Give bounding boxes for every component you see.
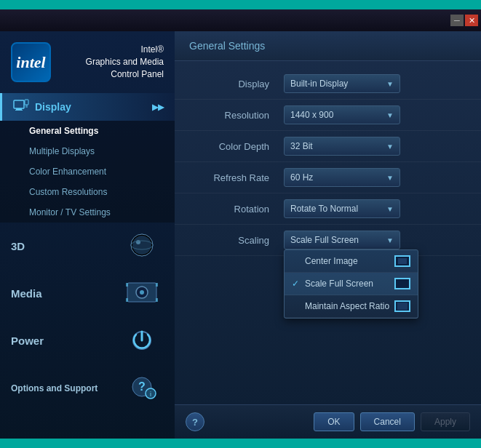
apply-button[interactable]: Apply: [421, 412, 470, 431]
sidebar-item-power[interactable]: Power: [0, 317, 175, 364]
sidebar-item-custom-resolutions[interactable]: Custom Resolutions: [0, 182, 175, 202]
sidebar-item-display[interactable]: Display ▶▶: [0, 93, 175, 121]
scaling-dropdown[interactable]: Scale Full Screen ▼: [284, 231, 400, 249]
power-label: Power: [11, 335, 44, 347]
svg-rect-13: [126, 283, 128, 287]
rotation-dropdown-arrow: ▼: [386, 205, 394, 213]
scale-full-screen-check: ✓: [292, 279, 302, 289]
sidebar: intel Intel® Graphics and Media Control …: [0, 31, 175, 439]
sidebar-item-color-enhancement[interactable]: Color Enhancement: [0, 161, 175, 182]
logo-area: intel Intel® Graphics and Media Control …: [0, 31, 175, 93]
refresh-rate-value: 60 Hz: [290, 172, 313, 183]
content-area: intel Intel® Graphics and Media Control …: [0, 31, 481, 439]
display-value: Built-in Display: [290, 79, 348, 89]
svg-point-7: [132, 236, 151, 255]
resolution-setting-label: Resolution: [189, 110, 284, 121]
svg-rect-0: [14, 100, 24, 108]
sidebar-item-monitor-tv[interactable]: Monitor / TV Settings: [0, 202, 175, 223]
display-dropdown[interactable]: Built-in Display ▼: [284, 74, 400, 93]
rotation-setting-label: Rotation: [189, 204, 284, 215]
display-subnav: General Settings Multiple Displays Color…: [0, 121, 175, 223]
panel-title: General Settings: [175, 31, 481, 61]
main-panel: General Settings Display Built-in Displa…: [175, 31, 481, 439]
cancel-button[interactable]: Cancel: [360, 412, 415, 431]
center-image-preview: [394, 255, 410, 267]
3d-icon-area: [120, 230, 164, 263]
power-icon: [120, 324, 164, 355]
close-button[interactable]: ✕: [465, 15, 478, 26]
scaling-dropdown-arrow: ▼: [386, 236, 394, 244]
minimize-button[interactable]: ─: [450, 15, 464, 26]
scaling-option-scale-full-screen[interactable]: ✓ Scale Full Screen: [285, 273, 418, 295]
resolution-dropdown-control: 1440 x 900 ▼: [284, 105, 466, 124]
maintain-aspect-ratio-label: Maintain Aspect Ratio: [305, 301, 389, 311]
sidebar-item-general-settings[interactable]: General Settings: [0, 121, 175, 141]
svg-text:i: i: [150, 391, 151, 398]
color-depth-setting-label: Color Depth: [189, 141, 284, 152]
power-icon-area: [120, 324, 164, 357]
sidebar-item-multiple-displays[interactable]: Multiple Displays: [0, 141, 175, 161]
color-depth-dropdown-arrow: ▼: [386, 143, 394, 151]
intel-logo: intel: [11, 42, 51, 82]
media-icon-area: [120, 277, 164, 310]
titlebar: ─ ✕: [0, 9, 481, 31]
rotation-dropdown[interactable]: Rotate To Normal ▼: [284, 199, 400, 218]
3d-label: 3D: [11, 240, 25, 252]
rotation-value: Rotate To Normal: [290, 204, 358, 214]
scaling-option-maintain-aspect-ratio[interactable]: Maintain Aspect Ratio: [285, 295, 418, 318]
maintain-aspect-ratio-preview: [394, 300, 410, 312]
media-label: Media: [11, 287, 42, 300]
center-image-check: [292, 256, 302, 266]
svg-rect-1: [16, 108, 22, 110]
settings-area: Display Built-in Display ▼ Resolution 14…: [175, 61, 481, 404]
rotation-dropdown-control: Rotate To Normal ▼: [284, 199, 466, 218]
svg-rect-15: [126, 298, 128, 302]
svg-text:?: ?: [138, 380, 146, 393]
scale-full-screen-preview: [394, 278, 410, 289]
main-window: ─ ✕ intel Intel® Graphics and Media Cont…: [0, 9, 481, 439]
scaling-dropdown-control: Scale Full Screen ▼ Center Image: [284, 231, 466, 249]
scaling-setting-label: Scaling: [189, 235, 284, 246]
sidebar-item-media[interactable]: Media: [0, 270, 175, 317]
svg-rect-14: [156, 283, 158, 287]
refresh-rate-dropdown-arrow: ▼: [386, 174, 394, 182]
center-image-label: Center Image: [305, 256, 358, 266]
display-arrow-icon: ▶▶: [152, 103, 164, 112]
ok-button[interactable]: OK: [314, 412, 354, 431]
color-depth-setting-row: Color Depth 32 Bit ▼: [175, 131, 481, 162]
sidebar-item-3d[interactable]: 3D: [0, 223, 175, 270]
help-button[interactable]: ?: [186, 412, 204, 431]
scaling-option-center-image[interactable]: Center Image: [285, 250, 418, 273]
resolution-dropdown-arrow: ▼: [386, 111, 394, 119]
resolution-dropdown[interactable]: 1440 x 900 ▼: [284, 105, 400, 124]
refresh-rate-setting-label: Refresh Rate: [189, 172, 284, 183]
svg-rect-2: [15, 110, 23, 111]
display-dropdown-arrow: ▼: [386, 80, 394, 88]
media-icon: [120, 277, 164, 308]
svg-point-12: [140, 290, 144, 295]
svg-rect-3: [25, 100, 28, 105]
scale-full-screen-label: Scale Full Screen: [305, 279, 373, 289]
scaling-value: Scale Full Screen: [290, 235, 359, 245]
svg-rect-16: [156, 298, 158, 302]
display-setting-label: Display: [189, 79, 284, 89]
color-depth-value: 32 Bit: [290, 141, 313, 151]
3d-icon: [120, 230, 164, 260]
scaling-dropdown-menu: Center Image ✓ Scale Full Screen: [284, 249, 418, 319]
display-setting-row: Display Built-in Display ▼: [175, 68, 481, 100]
color-depth-dropdown[interactable]: 32 Bit ▼: [284, 137, 400, 156]
scaling-setting-row: Scaling Scale Full Screen ▼ C: [175, 225, 481, 256]
svg-rect-4: [25, 105, 28, 108]
refresh-rate-dropdown-control: 60 Hz ▼: [284, 168, 466, 187]
options-support-label: Options and Support: [11, 383, 98, 393]
maintain-aspect-ratio-check: [292, 301, 302, 311]
support-icon-area: ? i: [120, 372, 164, 404]
display-dropdown-control: Built-in Display ▼: [284, 74, 466, 93]
rotation-setting-row: Rotation Rotate To Normal ▼: [175, 193, 481, 225]
bottom-bar: ? OK Cancel Apply: [175, 404, 481, 439]
sidebar-display-label: Display: [35, 101, 71, 113]
refresh-rate-dropdown[interactable]: 60 Hz ▼: [284, 168, 400, 187]
sidebar-item-options-support[interactable]: Options and Support ? i: [0, 364, 175, 412]
support-icon: ? i: [120, 372, 164, 402]
brand-title: Intel® Graphics and Media Control Panel: [60, 44, 164, 80]
